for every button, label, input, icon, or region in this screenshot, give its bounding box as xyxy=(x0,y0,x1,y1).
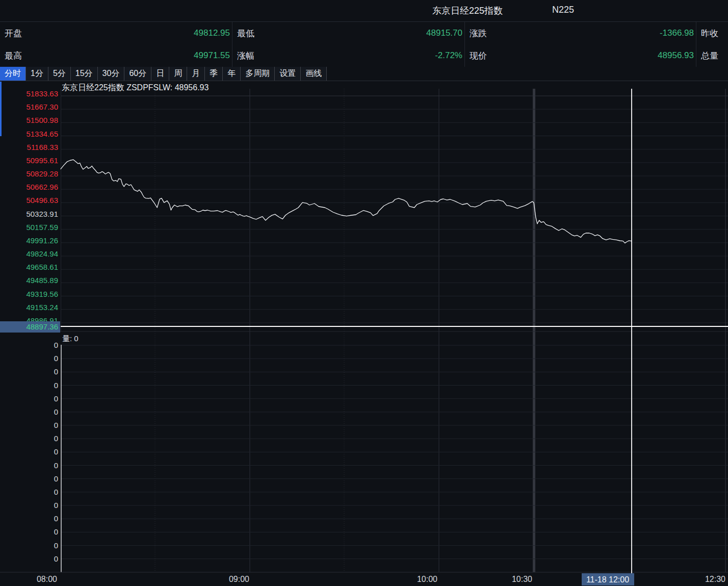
chart-pane-title: 东京日经225指数 ZSDPFSLW: 48956.93 xyxy=(62,83,209,92)
session-break-band xyxy=(533,89,535,572)
quote-cell-最高: 最高49971.55 xyxy=(0,44,232,67)
tab-年[interactable]: 年 xyxy=(223,67,241,81)
y-axis-label: 49485.89 xyxy=(26,276,58,285)
y-axis-label: 51500.98 xyxy=(26,116,58,124)
x-axis-label: 12:30 xyxy=(705,575,725,583)
volume-pane-label: 量: 0 xyxy=(62,334,79,343)
quote-cell-开盘: 开盘49812.95 xyxy=(0,22,232,44)
quote-label: 昨收 xyxy=(696,28,718,39)
instrument-title: 东京日经225指数 xyxy=(432,5,503,17)
volume-axis-zero: 0 xyxy=(54,514,58,523)
left-scrollbar-thumb[interactable] xyxy=(0,82,2,136)
crosshair-time-label: 11-18 12:00 xyxy=(586,575,629,584)
quote-value: 49971.55 xyxy=(194,50,232,61)
tab-60分[interactable]: 60分 xyxy=(124,67,151,81)
volume-axis-zero: 0 xyxy=(54,501,58,509)
tab-周[interactable]: 周 xyxy=(169,67,187,81)
tab-分时[interactable]: 分时 xyxy=(0,67,26,81)
volume-axis-zero: 0 xyxy=(54,488,58,496)
y-axis-label: 49319.56 xyxy=(26,290,58,298)
volume-axis-zero: 0 xyxy=(54,381,58,390)
volume-axis-zero: 0 xyxy=(54,461,58,470)
y-axis-label: 51334.65 xyxy=(26,130,58,138)
volume-axis-zero: 0 xyxy=(54,447,58,456)
y-axis-label: 50496.63 xyxy=(26,196,58,205)
volume-axis-zero: 0 xyxy=(54,421,58,429)
tab-5分[interactable]: 5分 xyxy=(48,67,71,81)
quote-value: -1366.98 xyxy=(660,28,696,38)
quote-label: 开盘 xyxy=(0,28,22,39)
quote-value: 49812.95 xyxy=(194,28,232,38)
quote-label: 涨跌 xyxy=(465,28,487,39)
x-axis-label: 09:00 xyxy=(229,575,249,583)
quote-cell-昨收: 昨收 xyxy=(696,22,728,44)
quote-row-2: 最高49971.55涨幅-2.72%现价48956.93总量 xyxy=(0,44,728,67)
quote-cell-涨跌: 涨跌-1366.98 xyxy=(465,22,696,44)
tab-季[interactable]: 季 xyxy=(205,67,223,81)
y-axis-label: 50995.61 xyxy=(26,156,58,165)
app-window: 东京日经225指数 N225 开盘49812.95最低48915.70涨跌-13… xyxy=(0,0,728,586)
quote-label: 最高 xyxy=(0,50,22,62)
y-axis-label: 51667.30 xyxy=(26,103,58,111)
tab-15分[interactable]: 15分 xyxy=(71,67,98,81)
period-tab-bar: 分时1分5分15分30分60分日周月季年多周期设置画线 xyxy=(0,67,728,81)
tab-日[interactable]: 日 xyxy=(151,67,169,81)
tab-画线[interactable]: 画线 xyxy=(301,67,327,81)
y-axis-label: 50323.91 xyxy=(26,210,58,218)
quote-panel: 开盘49812.95最低48915.70涨跌-1366.98昨收 最高49971… xyxy=(0,22,728,67)
quote-cell-总量: 总量 xyxy=(696,44,728,67)
x-axis-label: 10:30 xyxy=(512,575,532,583)
x-axis-label: 08:00 xyxy=(37,575,57,583)
y-axis-label: 49991.26 xyxy=(26,236,58,245)
y-axis-label: 50662.96 xyxy=(26,183,58,191)
intraday-chart-svg[interactable]: 51833.6351667.3051500.9851334.6551168.33… xyxy=(0,81,728,586)
quote-cell-现价: 现价48956.93 xyxy=(465,44,696,67)
volume-axis-zero: 0 xyxy=(54,341,58,349)
volume-axis-zero: 0 xyxy=(54,354,58,363)
quote-cell-涨幅: 涨幅-2.72% xyxy=(232,44,465,67)
crosshair-price-label: 48897.36 xyxy=(26,322,58,331)
quote-value: 48915.70 xyxy=(426,28,464,38)
tab-30分[interactable]: 30分 xyxy=(98,67,125,81)
chart-area[interactable]: 51833.6351667.3051500.9851334.6551168.33… xyxy=(0,81,728,586)
volume-axis-zero: 0 xyxy=(54,367,58,376)
volume-axis-zero: 0 xyxy=(54,394,58,403)
tab-多周期[interactable]: 多周期 xyxy=(241,67,275,81)
quote-label: 总量 xyxy=(696,50,718,62)
volume-axis-zero: 0 xyxy=(54,407,58,416)
y-axis-label: 51168.33 xyxy=(27,143,58,151)
tab-1分[interactable]: 1分 xyxy=(26,67,48,81)
quote-label: 涨幅 xyxy=(232,50,254,62)
quote-value: -2.72% xyxy=(435,50,464,61)
y-axis-label: 51833.63 xyxy=(26,89,58,98)
y-axis-label: 49658.61 xyxy=(26,263,58,271)
y-axis-label: 49824.94 xyxy=(26,249,58,258)
price-line xyxy=(61,160,631,243)
instrument-symbol: N225 xyxy=(552,5,574,15)
y-axis-label: 50157.59 xyxy=(26,223,58,232)
quote-value: 48956.93 xyxy=(658,50,696,61)
tab-设置[interactable]: 设置 xyxy=(275,67,301,81)
y-axis-label: 50829.28 xyxy=(26,169,58,178)
volume-axis-zero: 0 xyxy=(54,527,58,536)
volume-axis-zero: 0 xyxy=(54,554,58,563)
quote-label: 最低 xyxy=(232,28,254,39)
volume-axis-zero: 0 xyxy=(54,434,58,443)
volume-axis-zero: 0 xyxy=(54,541,58,550)
y-axis-label: 49153.24 xyxy=(26,303,58,312)
quote-row-1: 开盘49812.95最低48915.70涨跌-1366.98昨收 xyxy=(0,22,728,44)
x-axis-label: 10:00 xyxy=(417,575,437,583)
volume-axis-zero: 0 xyxy=(54,474,58,483)
tab-月[interactable]: 月 xyxy=(187,67,205,81)
quote-label: 现价 xyxy=(465,50,487,62)
title-bar: 东京日经225指数 N225 xyxy=(0,0,728,22)
quote-cell-最低: 最低48915.70 xyxy=(232,22,465,44)
